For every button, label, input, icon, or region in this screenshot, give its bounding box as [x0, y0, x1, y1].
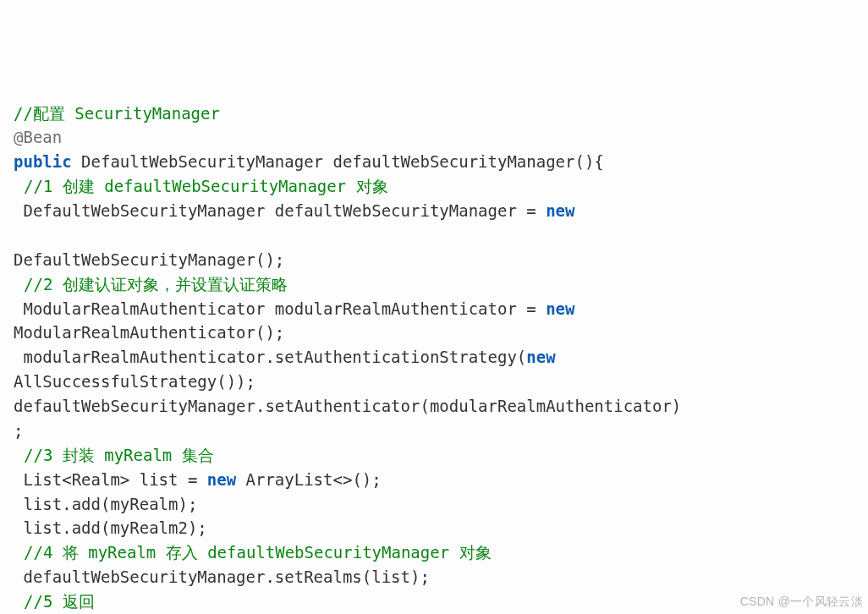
code-text: defaultWebSecurityManager.setAuthenticat… [14, 397, 681, 415]
keyword-new: new [546, 299, 574, 318]
code-text: AllSuccessfulStrategy()); [14, 372, 255, 391]
code-text: List<Realm> list = [14, 470, 207, 489]
keyword-new: new [207, 470, 236, 489]
code-text: ModularRealmAuthenticator(); [14, 323, 284, 342]
code-text: list.add(myRealm); [14, 495, 197, 513]
comment-line: //2 创建认证对象，并设置认证策略 [24, 275, 288, 293]
keyword-new: new [526, 348, 555, 366]
code-text: ; [14, 421, 23, 440]
code-block: //配置 SecurityManager @Bean public Defaul… [0, 101, 868, 615]
code-text: ModularRealmAuthenticator modularRealmAu… [14, 299, 546, 318]
code-text: list.add(myRealm2); [14, 518, 207, 537]
comment-line: //3 封装 myRealm 集合 [24, 446, 214, 464]
comment-line: //4 将 myRealm 存入 defaultWebSecurityManag… [24, 543, 492, 562]
code-text: DefaultWebSecurityManager defaultWebSecu… [72, 152, 604, 171]
code-text: DefaultWebSecurityManager defaultWebSecu… [14, 201, 546, 220]
code-text: defaultWebSecurityManager.setRealms(list… [14, 567, 430, 586]
comment-line: //5 返回 [24, 592, 95, 611]
code-text: ArrayList<>(); [236, 470, 382, 489]
comment-line: //1 创建 defaultWebSecurityManager 对象 [24, 177, 388, 195]
watermark-text: CSDN @一个风轻云淡 [740, 593, 863, 611]
keyword-public: public [14, 152, 72, 171]
keyword-new: new [546, 201, 574, 220]
code-text: modularRealmAuthenticator.setAuthenticat… [14, 348, 526, 366]
code-text: DefaultWebSecurityManager(); [14, 250, 284, 269]
annotation: @Bean [14, 128, 62, 146]
comment-line: //配置 SecurityManager [14, 104, 220, 123]
